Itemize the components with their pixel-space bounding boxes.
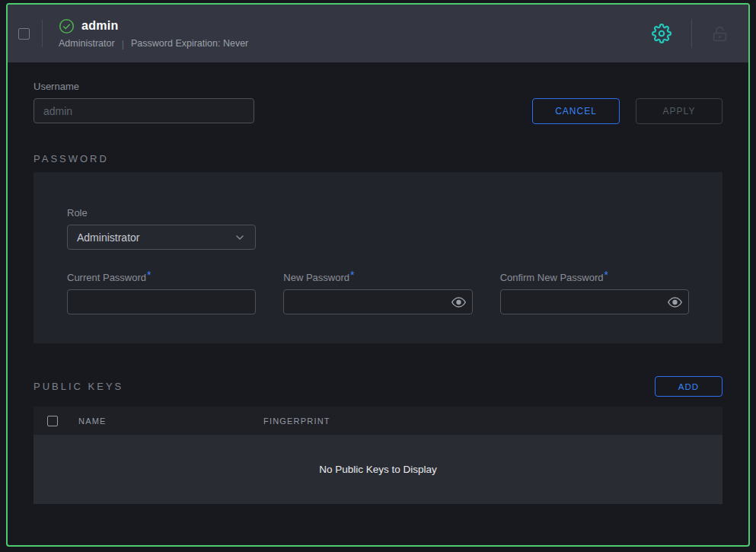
public-keys-section-title: PUBLIC KEYS — [33, 381, 123, 392]
new-password-label: New Password — [283, 272, 349, 283]
password-panel: Role Administrator Current Password* — [33, 172, 723, 343]
empty-state-message: No Public Keys to Display — [319, 464, 437, 475]
show-password-eye-icon[interactable] — [668, 295, 682, 309]
unlock-icon[interactable] — [712, 26, 728, 42]
subtitle-separator: | — [122, 38, 124, 49]
confirm-new-password-field: Confirm New Password* — [500, 270, 689, 314]
header-divider — [42, 20, 43, 47]
column-header-fingerprint: FINGERPRINT — [263, 416, 330, 426]
user-role-text: Administrator — [59, 38, 115, 49]
user-summary: admin Administrator | Password Expiratio… — [59, 18, 248, 49]
header-icon-divider — [691, 19, 692, 48]
role-select[interactable]: Administrator — [67, 225, 256, 250]
settings-gear-icon[interactable] — [652, 24, 671, 43]
current-password-label: Current Password — [67, 272, 146, 283]
confirm-new-password-input[interactable] — [500, 289, 689, 314]
cancel-button[interactable]: CANCEL — [532, 98, 620, 124]
header-actions — [652, 19, 748, 48]
select-user-checkbox[interactable] — [18, 28, 30, 40]
apply-button[interactable]: APPLY — [636, 98, 723, 124]
password-section-title: PASSWORD — [33, 153, 723, 164]
new-password-input[interactable] — [283, 289, 472, 314]
required-indicator: * — [147, 269, 151, 281]
new-password-field: New Password* — [283, 270, 472, 314]
username-input[interactable] — [33, 98, 254, 123]
username-label: Username — [33, 81, 723, 92]
password-expiration-text: Password Expiration: Never — [131, 38, 248, 49]
column-header-name: NAME — [78, 416, 263, 426]
check-circle-icon — [59, 18, 75, 34]
required-indicator: * — [350, 269, 354, 281]
confirm-new-password-label: Confirm New Password — [500, 272, 604, 283]
public-keys-table: NAME FINGERPRINT No Public Keys to Displ… — [33, 407, 723, 504]
table-header-row: NAME FINGERPRINT — [33, 407, 723, 435]
role-select-value: Administrator — [77, 231, 139, 244]
page-title: admin — [81, 19, 119, 33]
form-actions: CANCEL APPLY — [532, 98, 723, 124]
show-password-eye-icon[interactable] — [451, 295, 466, 309]
header: admin Administrator | Password Expiratio… — [8, 5, 748, 62]
empty-state-row: No Public Keys to Display — [33, 435, 723, 504]
window-frame: admin Administrator | Password Expiratio… — [6, 3, 750, 547]
select-all-checkbox[interactable] — [47, 416, 58, 426]
required-indicator: * — [604, 269, 608, 281]
main-content: Username CANCEL APPLY PASSWORD Role Admi… — [8, 62, 748, 545]
add-public-key-button[interactable]: ADD — [655, 376, 723, 397]
current-password-input[interactable] — [67, 289, 256, 314]
current-password-field: Current Password* — [67, 270, 256, 314]
role-label: Role — [67, 207, 689, 219]
chevron-down-icon — [234, 231, 246, 244]
